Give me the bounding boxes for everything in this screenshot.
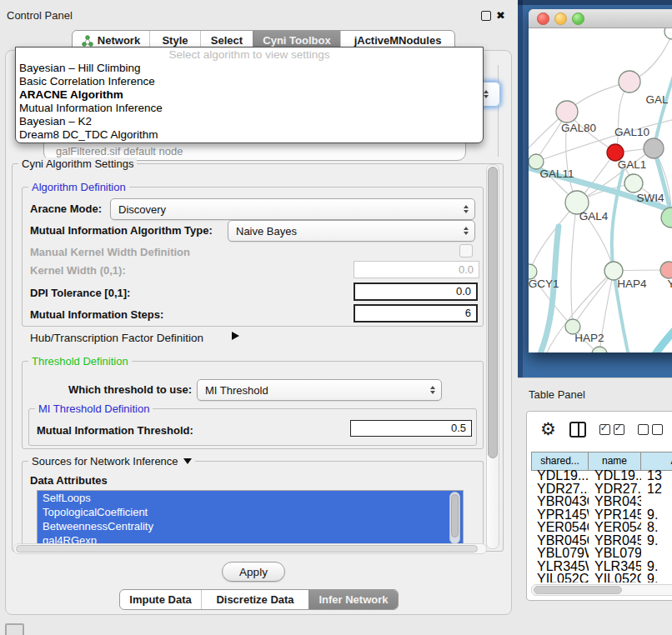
bottom-tab-impute-data[interactable]: Impute Data xyxy=(120,590,201,609)
scrollbar-thumb[interactable] xyxy=(488,167,498,458)
sources-collapse-icon[interactable] xyxy=(183,458,192,464)
network-window[interactable]: GALGAL80GAL10GAL1GAL11SWI4GAL4GCY1HAP4YH… xyxy=(529,9,672,352)
network-panel-top-strip xyxy=(518,0,672,5)
network-node[interactable] xyxy=(664,28,672,39)
manual-kernel-label: Manual Kernel Width Definition xyxy=(30,246,190,258)
scrollbar-thumb[interactable] xyxy=(16,545,478,552)
table-cell: YDL19... xyxy=(531,469,589,482)
table-toolbar: ⚙ ✓ ✓ xyxy=(527,412,672,447)
network-node-gal10[interactable] xyxy=(644,138,664,158)
float-panel-icon[interactable] xyxy=(481,11,491,21)
control-panel-title: Control Panel xyxy=(7,9,73,22)
table-cell: YPR145W xyxy=(531,508,589,522)
algorithm-option-basic-correlation-inference[interactable]: Basic Correlation Inference xyxy=(16,75,483,88)
algorithm-option-bayesian-k2[interactable]: Bayesian – K2 xyxy=(16,115,483,128)
table-row[interactable]: YDR27...YDR27...12 xyxy=(531,482,672,496)
algorithm-option-bayesian-hill-climbing[interactable]: Bayesian – Hill Climbing xyxy=(16,62,483,75)
attribute-item-betweennesscentrality[interactable]: BetweennessCentrality xyxy=(38,519,463,533)
bottom-tab-infer-network[interactable]: Infer Network xyxy=(308,590,398,609)
settings-vertical-scrollbar[interactable] xyxy=(486,164,499,549)
bottom-tab-infer-network-label: Infer Network xyxy=(318,593,388,606)
table-cell: 9. xyxy=(641,560,672,573)
table-cell xyxy=(641,495,672,508)
algorithm-option-mutual-information-inference[interactable]: Mutual Information Inference xyxy=(16,102,483,115)
mi-threshold-group-title: MI Threshold Definition xyxy=(35,402,153,415)
occluded-table-combo-value: galFiltered.sif default node xyxy=(56,145,183,158)
table-row[interactable]: YBR045CYBR045C9. xyxy=(531,534,672,548)
close-panel-icon[interactable]: ✖ xyxy=(496,10,505,21)
data-attributes-label: Data Attributes xyxy=(30,474,108,487)
table-cell: YBL079W xyxy=(531,547,589,560)
table-cell: YBR043C xyxy=(589,495,641,508)
mi-threshold-input[interactable]: 0.5 xyxy=(350,420,472,437)
scrollbar-thumb[interactable] xyxy=(451,494,459,538)
hub-expander-icon[interactable] xyxy=(232,332,239,340)
app-root: Control Panel ✖ NetworkStyleSelectCyni T… xyxy=(0,0,672,635)
algorithm-definition-title: Algorithm Definition xyxy=(28,181,129,193)
table-cell: YIL052C xyxy=(589,572,641,582)
scrollbar-thumb[interactable] xyxy=(534,586,622,594)
mi-type-select[interactable]: Naive Bayes xyxy=(228,220,475,242)
close-window-icon[interactable] xyxy=(537,12,549,25)
node-label-gcy1: GCY1 xyxy=(529,278,559,290)
column-header-name[interactable]: name xyxy=(589,452,641,471)
table-panel-title: Table Panel xyxy=(529,388,585,401)
table-row[interactable]: YBL079WYBL079W xyxy=(531,547,672,560)
table-cell: YER054C xyxy=(531,521,589,534)
kernel-width-input[interactable]: 0.0 xyxy=(354,261,479,278)
bottom-tab-impute-data-label: Impute Data xyxy=(129,593,191,606)
network-panel-left-shade xyxy=(518,0,523,378)
algorithm-option-aracne-algorithm[interactable]: ARACNE Algorithm xyxy=(16,88,483,102)
network-node-gal[interactable] xyxy=(619,71,640,92)
minimize-window-icon[interactable] xyxy=(554,12,567,25)
table-row[interactable]: YER054CYER054C8. xyxy=(531,521,672,534)
select-all-checks-icon[interactable]: ✓ ✓ xyxy=(599,424,624,435)
node-label-hap2: HAP2 xyxy=(574,332,604,344)
table-row[interactable]: YPR145WYPR145W9. xyxy=(531,508,672,522)
table-panel: Table Panel ⚙ ✓ ✓ shared...nameA YDL19..… xyxy=(518,378,672,635)
aracne-mode-value: Discovery xyxy=(111,203,458,216)
zoom-window-icon[interactable] xyxy=(572,12,584,25)
network-canvas-svg[interactable]: GALGAL80GAL10GAL1GAL11SWI4GAL4GCY1HAP4YH… xyxy=(529,28,672,352)
table-cell: 12 xyxy=(641,482,672,496)
table-row[interactable]: YLR345WYLR345W9. xyxy=(531,560,672,573)
network-view-panel: GALGAL80GAL10GAL1GAL11SWI4GAL4GCY1HAP4YH… xyxy=(518,0,672,378)
network-window-titlebar[interactable] xyxy=(529,9,672,28)
attribute-item-topologicalcoefficient[interactable]: TopologicalCoefficient xyxy=(38,505,463,519)
bottom-tab-discretize-data[interactable]: Discretize Data xyxy=(201,590,308,609)
which-threshold-select[interactable]: MI Threshold xyxy=(197,379,442,401)
table-horizontal-scrollbar[interactable] xyxy=(531,584,672,596)
control-panel: Control Panel ✖ NetworkStyleSelectCyni T… xyxy=(0,0,518,635)
column-header-a[interactable]: A xyxy=(641,452,672,471)
dpi-tolerance-input[interactable]: 0.0 xyxy=(354,282,478,301)
settings-group-title: Cyni Algorithm Settings xyxy=(18,158,137,170)
gear-icon[interactable]: ⚙ xyxy=(540,419,556,439)
deselect-all-checks-icon[interactable] xyxy=(638,424,663,435)
table-cell: 9. xyxy=(641,534,672,548)
which-threshold-label: Which threshold to use: xyxy=(68,383,192,396)
tab-select-label: Select xyxy=(211,34,243,47)
network-node-gal1[interactable] xyxy=(624,174,643,192)
bottom-tab-bar: Impute DataDiscretize DataInfer Network xyxy=(119,589,399,610)
table-row[interactable]: YDL19...YDL19...13 xyxy=(531,469,672,482)
table-row[interactable]: YBR043CYBR043C xyxy=(531,495,672,508)
manual-kernel-checkbox[interactable] xyxy=(459,244,473,258)
network-node[interactable] xyxy=(592,347,607,352)
mi-steps-input[interactable]: 6 xyxy=(354,304,478,322)
panel-collapse-button[interactable] xyxy=(5,623,24,635)
network-node-y[interactable] xyxy=(660,262,672,278)
table-row[interactable]: YIL052CYIL052C9. xyxy=(531,572,672,582)
apply-button[interactable]: Apply xyxy=(222,562,285,582)
algorithm-option-dream8-dc-tdc-algorithm[interactable]: Dream8 DC_TDC Algorithm xyxy=(16,128,483,142)
attributes-vertical-scrollbar[interactable] xyxy=(449,492,460,544)
columns-icon[interactable] xyxy=(569,422,586,438)
aracne-mode-select[interactable]: Discovery xyxy=(110,198,475,220)
node-label-gal4: GAL4 xyxy=(579,210,609,222)
network-node-swi4[interactable] xyxy=(661,208,672,228)
column-header-shared[interactable]: shared... xyxy=(531,452,589,471)
settings-horizontal-scrollbar[interactable] xyxy=(13,543,487,554)
attribute-item-selfloops[interactable]: SelfLoops xyxy=(38,491,463,505)
network-node-gal80[interactable] xyxy=(556,101,578,122)
table-cell: 9. xyxy=(641,572,672,582)
tab-jactivemnodules-label: jActiveMNodules xyxy=(354,34,442,47)
